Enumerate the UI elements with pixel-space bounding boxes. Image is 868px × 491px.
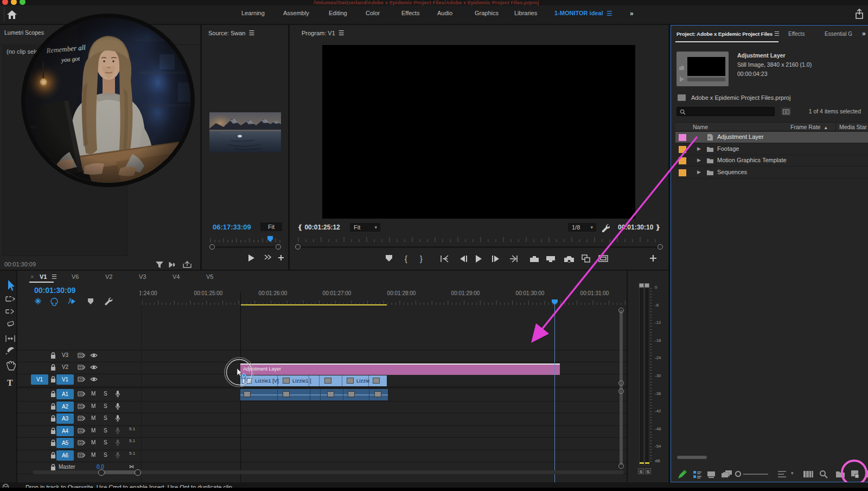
svg-text:}: }: [420, 254, 423, 263]
svg-text:T: T: [7, 378, 13, 387]
svg-text:{: {: [405, 254, 407, 263]
